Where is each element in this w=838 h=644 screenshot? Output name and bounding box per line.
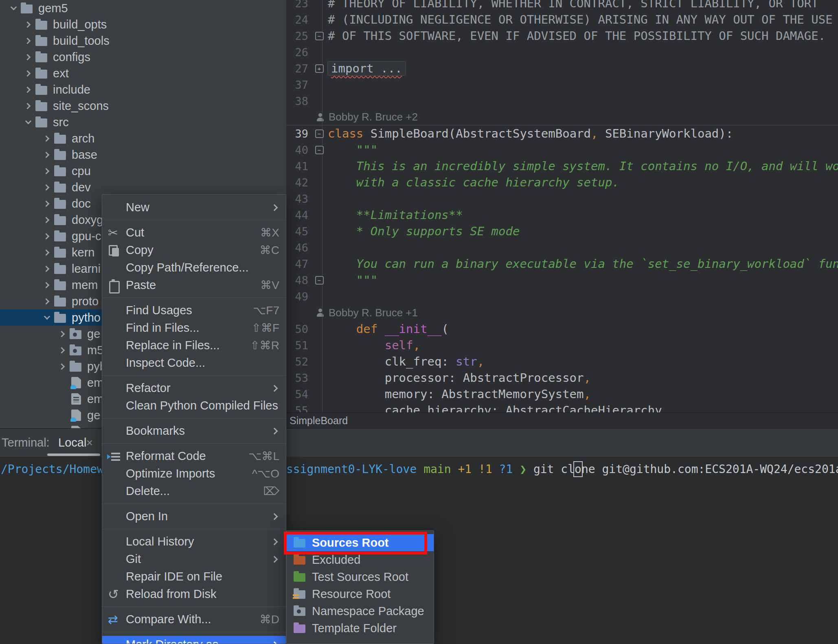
chevron-right-icon[interactable] [55,332,69,336]
menu-item-mark-directory-as[interactable]: Mark Directory as [102,636,286,644]
tree-item-build-opts[interactable]: build_opts [0,16,286,33]
chevron-right-icon[interactable] [40,169,54,173]
submenu-item-excluded[interactable]: Excluded [287,551,434,568]
code-line-43[interactable]: 43 [286,191,838,207]
fold-marker-icon[interactable]: − [311,129,328,138]
code-line-54[interactable]: 54 memory: AbstractMemorySystem, [286,386,838,402]
menu-item-reload-from-disk[interactable]: Reload from Disk [102,585,286,603]
chevron-right-icon[interactable] [21,104,35,108]
code-line-47[interactable]: 47 You can run a binary executable via t… [286,256,838,272]
code-line-24[interactable]: 24# (INCLUDING NEGLIGENCE OR OTHERWISE) … [286,11,838,28]
code-line-23[interactable]: 23# THEORY OF LIABILITY, WHETHER IN CONT… [286,0,838,11]
menu-item-new[interactable]: New [102,199,286,216]
code-line-50[interactable]: 50 def __init__( [286,321,838,337]
chevron-right-icon[interactable] [55,348,69,353]
submenu-item-sources-root[interactable]: Sources Root [287,534,434,551]
fold-marker-icon[interactable]: + [311,64,328,73]
code-line-45[interactable]: 45 * Only supports SE mode [286,223,838,239]
chevron-right-icon[interactable] [55,364,69,369]
menu-item-compare-with[interactable]: Compare With...⌘D [102,611,286,628]
code-line-55[interactable]: 55 cache_hierarchy: AbstractCacheHierarc… [286,402,838,412]
fold-marker-icon[interactable]: − [311,276,328,285]
submenu-item-label: Resource Root [312,587,390,601]
menu-item-cut[interactable]: Cut⌘X [102,224,286,241]
chevron-right-icon[interactable] [40,267,54,271]
tree-item-cpu[interactable]: cpu [0,163,286,179]
chevron-right-icon[interactable] [21,39,35,43]
tree-item-src[interactable]: src [0,114,286,130]
menu-item-paste[interactable]: Paste⌘V [102,276,286,294]
menu-item-local-history[interactable]: Local History [102,533,286,550]
terminal-tab-local[interactable]: Local × [47,429,100,457]
chevron-right-icon[interactable] [40,153,54,157]
menu-shortcut: ⌘X [260,226,279,239]
close-icon[interactable]: × [86,437,93,449]
code-editor[interactable]: 23# THEORY OF LIABILITY, WHETHER IN CONT… [286,0,838,412]
menu-item-bookmarks[interactable]: Bookmarks [102,422,286,440]
author-annotation[interactable]: Bobby R. Bruce +1 [286,304,838,321]
menu-item-replace-in-files[interactable]: Replace in Files...⇧⌘R [102,337,286,354]
code-line-25[interactable]: 25−# OF THIS SOFTWARE, EVEN IF ADVISED O… [286,28,838,44]
menu-item-clean-python-compiled-files[interactable]: Clean Python Compiled Files [102,397,286,414]
tree-item-build-tools[interactable]: build_tools [0,33,286,49]
chevron-right-icon[interactable] [40,299,54,304]
menu-item-copy-path-reference[interactable]: Copy Path/Reference... [102,259,286,276]
tree-item-configs[interactable]: configs [0,49,286,65]
fold-marker-icon[interactable]: − [311,32,328,40]
tree-item-ext[interactable]: ext [0,65,286,81]
tree-item-site-scons[interactable]: site_scons [0,98,286,114]
chevron-right-icon[interactable] [40,218,54,222]
chevron-down-icon[interactable] [21,121,35,123]
code-line-49[interactable]: 49 [286,288,838,304]
menu-item-find-usages[interactable]: Find Usages⌥F7 [102,302,286,319]
submenu-item-resource-root[interactable]: Resource Root [287,585,434,602]
tree-item-dev[interactable]: dev [0,179,286,195]
chevron-down-icon[interactable] [40,317,54,319]
code-line-53[interactable]: 53 processor: AbstractProcessor, [286,370,838,386]
menu-item-inspect-code[interactable]: Inspect Code... [102,354,286,372]
submenu-item-template-folder[interactable]: Template Folder [287,620,434,637]
submenu-item-test-sources-root[interactable]: Test Sources Root [287,568,434,585]
submenu-item-namespace-package[interactable]: Namespace Package [287,602,434,620]
author-annotation[interactable]: Bobby R. Bruce +2 [286,109,838,125]
menu-item-delete[interactable]: Delete...⌦ [102,482,286,500]
code-line-51[interactable]: 51 self, [286,337,838,353]
chevron-right-icon[interactable] [40,202,54,206]
code-line-42[interactable]: 42 with a classic cache hierarchy setup. [286,174,838,191]
code-line-38[interactable]: 38 [286,93,838,109]
chevron-right-icon[interactable] [21,71,35,76]
chevron-right-icon[interactable] [40,185,54,190]
menu-item-open-in[interactable]: Open In [102,508,286,525]
code-line-39[interactable]: 39−class SimpleBoard(AbstractSystemBoard… [286,125,838,142]
menu-item-copy[interactable]: Copy⌘C [102,241,286,259]
code-line-48[interactable]: 48− """ [286,272,838,288]
chevron-right-icon[interactable] [40,136,54,141]
code-line-44[interactable]: 44 **Limitations** [286,207,838,223]
menu-item-optimize-imports[interactable]: Optimize Imports^⌥O [102,465,286,482]
code-line-40[interactable]: 40− """ [286,142,838,158]
menu-item-find-in-files[interactable]: Find in Files...⇧⌘F [102,319,286,337]
menu-item-git[interactable]: Git [102,550,286,568]
code-line-37[interactable]: 37 [286,77,838,93]
code-line-46[interactable]: 46 [286,239,838,256]
tree-item-base[interactable]: base [0,147,286,163]
code-line-41[interactable]: 41 This is an incredibly simple system. … [286,158,838,174]
chevron-right-icon[interactable] [40,250,54,255]
fold-marker-icon[interactable]: − [311,146,328,154]
tree-item-arch[interactable]: arch [0,130,286,147]
chevron-right-icon[interactable] [21,88,35,92]
chevron-right-icon[interactable] [21,22,35,27]
code-line-27[interactable]: 27+import ... [286,60,838,77]
chevron-down-icon[interactable] [7,7,20,9]
breadcrumb-item[interactable]: SimpleBoard [290,415,348,427]
code-line-26[interactable]: 26 [286,44,838,60]
tree-item-include[interactable]: include [0,81,286,98]
chevron-right-icon[interactable] [40,283,54,287]
menu-item-refactor[interactable]: Refactor [102,379,286,397]
code-line-52[interactable]: 52 clk_freq: str, [286,353,838,370]
menu-item-reformat-code[interactable]: Reformat Code⌥⌘L [102,447,286,465]
chevron-right-icon[interactable] [40,234,54,239]
tree-item-gem5[interactable]: gem5 [0,0,286,16]
chevron-right-icon[interactable] [21,55,35,59]
menu-item-repair-ide-on-file[interactable]: Repair IDE on File [102,568,286,585]
